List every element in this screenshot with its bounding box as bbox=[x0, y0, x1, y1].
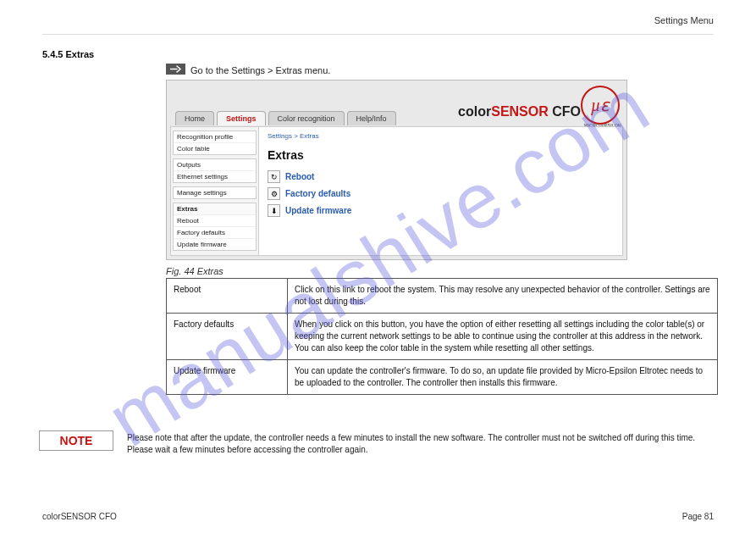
sidebar-item-update-firmware[interactable]: Update firmware bbox=[174, 239, 256, 250]
tab-home[interactable]: Home bbox=[175, 111, 214, 125]
figure-caption: Fig. 44 Extras bbox=[166, 266, 223, 276]
footer-right: Page 81 bbox=[682, 512, 714, 521]
content-title: Extras bbox=[268, 148, 614, 162]
brand-title: colorSENSOR CFO bbox=[458, 104, 581, 119]
chapter-heading: 5.4.5 Extras bbox=[42, 49, 94, 59]
description-table: Reboot Click on this link to reboot the … bbox=[166, 278, 718, 395]
action-reboot[interactable]: ↻ Reboot bbox=[268, 170, 614, 183]
table-row: Update firmware You can update the contr… bbox=[167, 360, 718, 395]
table-key: Factory defaults bbox=[167, 314, 288, 360]
gear-icon: ⚙ bbox=[268, 187, 280, 200]
table-key: Update firmware bbox=[167, 360, 288, 395]
action-update-firmware-label: Update firmware bbox=[285, 206, 351, 215]
note-label: NOTE bbox=[39, 430, 113, 451]
tab-color-recognition[interactable]: Color recognition bbox=[268, 111, 345, 125]
sidebar-heading-extras: Extras bbox=[174, 203, 256, 215]
table-row: Reboot Click on this link to reboot the … bbox=[167, 279, 718, 314]
tab-settings[interactable]: Settings bbox=[217, 111, 266, 125]
action-factory-defaults-label: Factory defaults bbox=[285, 189, 350, 198]
action-update-firmware[interactable]: ⬇ Update firmware bbox=[268, 204, 614, 217]
sidebar-item-factory-defaults[interactable]: Factory defaults bbox=[174, 227, 256, 239]
brand-logo-icon: µɛ bbox=[581, 86, 620, 125]
sidebar-item-recognition-profile[interactable]: Recognition profile bbox=[174, 131, 256, 143]
arrow-right-icon bbox=[166, 64, 185, 75]
sidebar-item-ethernet-settings[interactable]: Ethernet settings bbox=[174, 171, 256, 182]
note-text: Please note that after the update, the c… bbox=[127, 432, 711, 456]
table-value: You can update the controller's firmware… bbox=[288, 360, 718, 395]
tab-bar: Home Settings Color recognition Help/Inf… bbox=[175, 111, 399, 125]
sidebar: Recognition profile Color table Outputs … bbox=[171, 127, 259, 255]
embedded-app-window: Home Settings Color recognition Help/Inf… bbox=[166, 80, 627, 260]
reboot-icon: ↻ bbox=[268, 170, 280, 183]
table-row: Factory defaults When you click on this … bbox=[167, 314, 718, 360]
sidebar-item-reboot[interactable]: Reboot bbox=[174, 215, 256, 227]
sidebar-item-color-table[interactable]: Color table bbox=[174, 143, 256, 154]
table-value: When you click on this button, you have … bbox=[288, 314, 718, 360]
instruction-text: Go to the Settings > Extras menu. bbox=[190, 64, 330, 76]
action-factory-defaults[interactable]: ⚙ Factory defaults bbox=[268, 187, 614, 200]
table-key: Reboot bbox=[167, 279, 288, 314]
page-header-title: Settings Menu bbox=[654, 15, 714, 25]
sidebar-item-manage-settings[interactable]: Manage settings bbox=[174, 187, 256, 198]
tab-help-info[interactable]: Help/Info bbox=[347, 111, 396, 125]
action-reboot-label: Reboot bbox=[285, 172, 314, 181]
table-value: Click on this link to reboot the system.… bbox=[288, 279, 718, 314]
breadcrumb: Settings > Extras bbox=[268, 132, 614, 140]
footer-left: colorSENSOR CFO bbox=[42, 512, 117, 521]
download-icon: ⬇ bbox=[268, 204, 280, 217]
sidebar-item-outputs[interactable]: Outputs bbox=[174, 159, 256, 171]
